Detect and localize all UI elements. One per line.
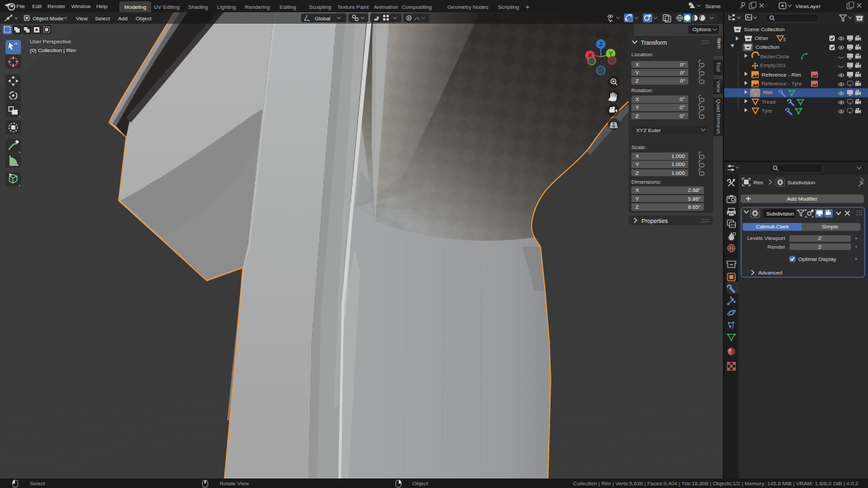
svg-text:Add: Add xyxy=(118,16,127,22)
svg-text:View: View xyxy=(76,16,87,22)
svg-text:Optimal Display: Optimal Display xyxy=(798,256,836,262)
svg-text:Simple: Simple xyxy=(822,224,839,230)
svg-text:Tread: Tread xyxy=(762,99,776,105)
svg-text:Levels Viewport: Levels Viewport xyxy=(747,235,786,241)
svg-text:Scene: Scene xyxy=(705,3,721,9)
svg-text:Render: Render xyxy=(768,244,786,250)
svg-text:Rim: Rim xyxy=(753,180,764,186)
svg-text:Advanced: Advanced xyxy=(758,270,783,276)
svg-text:Z: Z xyxy=(599,41,602,47)
svg-text:Object: Object xyxy=(136,16,152,22)
svg-text:Scene Collection: Scene Collection xyxy=(744,26,785,33)
svg-text:ViewLayer: ViewLayer xyxy=(795,3,821,9)
svg-text:Subdivision: Subdivision xyxy=(787,180,815,186)
svg-text:5: 5 xyxy=(783,37,786,42)
svg-text:Add Modifier: Add Modifier xyxy=(787,196,818,202)
svg-text:2: 2 xyxy=(818,244,822,250)
svg-text:Tyre: Tyre xyxy=(762,108,772,114)
svg-text:Reference - Rim: Reference - Rim xyxy=(762,72,802,78)
svg-text:Select: Select xyxy=(95,16,111,22)
svg-text:Rim: Rim xyxy=(763,89,773,96)
svg-text:Catmull-Clark: Catmull-Clark xyxy=(756,224,789,230)
svg-text:Object Mode: Object Mode xyxy=(33,16,64,22)
svg-text:2: 2 xyxy=(818,235,822,241)
svg-text:Collection: Collection xyxy=(755,44,779,50)
svg-text:Global: Global xyxy=(315,16,330,22)
svg-text:BezierCircle: BezierCircle xyxy=(760,54,790,60)
svg-text:Reference - Tyre: Reference - Tyre xyxy=(762,81,802,87)
svg-text:Subdivision: Subdivision xyxy=(766,211,794,217)
svg-text:Other: Other xyxy=(755,35,768,41)
svg-text:Empty.001: Empty.001 xyxy=(760,62,786,68)
